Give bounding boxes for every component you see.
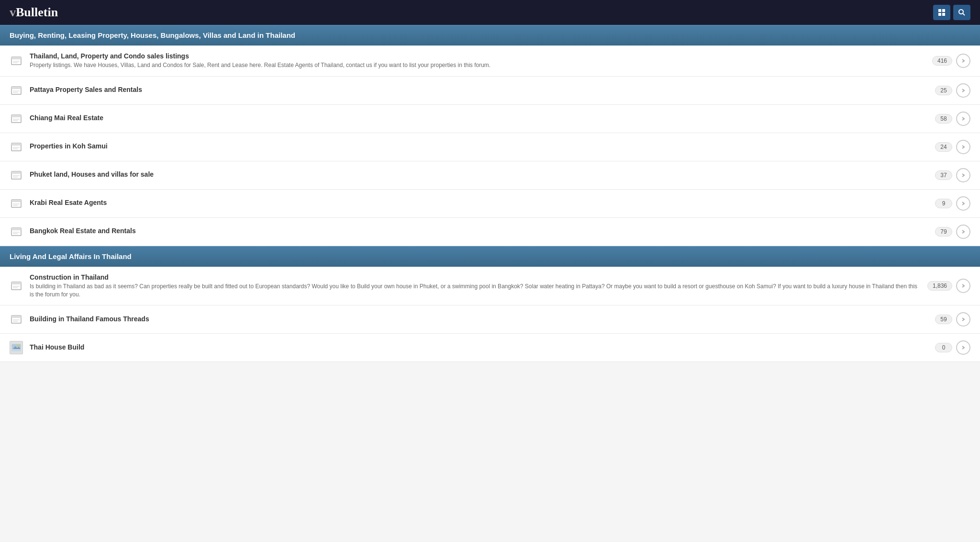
svg-rect-15 [11,115,21,117]
forum-count: 79 [935,227,952,237]
forum-navigate-button[interactable] [956,196,970,211]
forum-row[interactable]: Phuket land, Houses and villas for sale … [0,161,980,190]
forum-content: Krabi Real Esate Agents [30,199,928,208]
forum-icon-image [10,341,23,354]
forum-right: 59 [935,312,970,327]
forum-title: Pattaya Property Sales and Rentals [30,86,928,93]
svg-rect-2 [938,13,941,16]
svg-rect-11 [11,87,21,89]
svg-rect-23 [11,171,21,174]
forum-row[interactable]: Properties in Koh Samui 24 [0,133,980,161]
forum-count: 59 [935,315,952,324]
forum-title: Krabi Real Esate Agents [30,199,928,206]
forum-right: 25 [935,83,970,98]
svg-point-45 [17,345,19,347]
forum-navigate-button[interactable] [956,225,970,239]
forum-row[interactable]: Krabi Real Esate Agents 9 [0,190,980,218]
forum-count: 24 [935,142,952,152]
forum-icon-default [10,169,23,182]
forum-container: Buying, Renting, Leasing Property, House… [0,25,980,362]
forum-row[interactable]: Thailand, Land, Property and Condo sales… [0,45,980,77]
forum-count: 58 [935,114,952,124]
grid-icon [938,9,946,16]
forum-content: Pattaya Property Sales and Rentals [30,86,928,95]
forum-row[interactable]: Building in Thailand Famous Threads 59 [0,305,980,334]
forum-icon-default [10,279,23,293]
section-header-property-section: Buying, Renting, Leasing Property, House… [0,25,980,45]
forum-navigate-button[interactable] [956,54,970,68]
forum-count: 1,836 [927,281,952,291]
site-header: vBulletin [0,0,980,25]
grid-button[interactable] [933,5,950,20]
forum-title: Thai House Build [30,343,928,351]
forum-title: Properties in Koh Samui [30,142,928,150]
svg-rect-7 [11,57,21,59]
forum-count: 0 [935,343,952,352]
forum-icon-default [10,140,23,154]
header-actions [933,5,970,20]
forum-right: 0 [935,340,970,355]
forum-right: 24 [935,140,970,154]
forum-icon-default [10,54,23,68]
svg-rect-0 [938,9,941,12]
site-logo: vBulletin [10,5,58,20]
forum-content: Chiang Mai Real Estate [30,114,928,123]
forum-navigate-button[interactable] [956,340,970,355]
forum-navigate-button[interactable] [956,168,970,182]
forum-navigate-button[interactable] [956,112,970,126]
logo-text: v [10,5,16,19]
forum-row[interactable]: Bangkok Real Estate and Rentals 79 [0,218,980,246]
forum-count: 416 [932,56,952,66]
svg-rect-3 [942,13,945,16]
forum-content: Phuket land, Houses and villas for sale [30,170,928,180]
forum-content: Properties in Koh Samui [30,142,928,151]
search-button[interactable] [953,5,970,20]
forum-content: Thai House Build [30,343,928,352]
forum-title: Construction in Thailand [30,273,921,281]
forum-description: Property listings. We have Houses, Villa… [30,61,925,69]
forum-content: Thailand, Land, Property and Condo sales… [30,52,925,69]
forum-navigate-button[interactable] [956,279,970,293]
forum-title: Chiang Mai Real Estate [30,114,928,122]
forum-row[interactable]: Pattaya Property Sales and Rentals 25 [0,77,980,105]
forum-icon-default [10,112,23,125]
forum-navigate-button[interactable] [956,140,970,154]
forum-icon-default [10,84,23,97]
forum-row[interactable]: Thai House Build 0 [0,334,980,362]
forum-content: Bangkok Real Estate and Rentals [30,227,928,236]
forum-content: Construction in Thailand Is building in … [30,273,921,299]
forum-title: Phuket land, Houses and villas for sale [30,170,928,178]
forum-icon-default [10,313,23,326]
logo-bulletin: Bulletin [16,5,58,19]
forum-right: 58 [935,112,970,126]
svg-line-5 [963,13,965,15]
forum-right: 37 [935,168,970,182]
forum-right: 9 [935,196,970,211]
svg-rect-39 [11,316,21,318]
svg-rect-27 [11,200,21,202]
forum-right: 416 [932,54,970,68]
svg-rect-35 [11,282,21,284]
forum-count: 25 [935,86,952,95]
forum-row[interactable]: Chiang Mai Real Estate 58 [0,105,980,133]
forum-icon-default [10,197,23,210]
forum-content: Building in Thailand Famous Threads [30,315,928,324]
forum-navigate-button[interactable] [956,83,970,98]
forum-right: 79 [935,225,970,239]
forum-count: 9 [935,199,952,208]
svg-rect-19 [11,143,21,146]
forum-navigate-button[interactable] [956,312,970,327]
svg-point-4 [959,10,963,14]
forum-title: Bangkok Real Estate and Rentals [30,227,928,235]
search-icon [958,9,966,16]
forum-list-property-section: Thailand, Land, Property and Condo sales… [0,45,980,246]
forum-row[interactable]: Construction in Thailand Is building in … [0,267,980,306]
svg-rect-1 [942,9,945,12]
forum-icon-default [10,225,23,238]
forum-right: 1,836 [927,279,970,293]
forum-count: 37 [935,170,952,180]
forum-title: Building in Thailand Famous Threads [30,315,928,323]
forum-list-living-section: Construction in Thailand Is building in … [0,267,980,362]
forum-description: Is building in Thailand as bad as it see… [30,282,921,299]
section-header-living-section: Living And Legal Affairs In Thailand [0,246,980,267]
